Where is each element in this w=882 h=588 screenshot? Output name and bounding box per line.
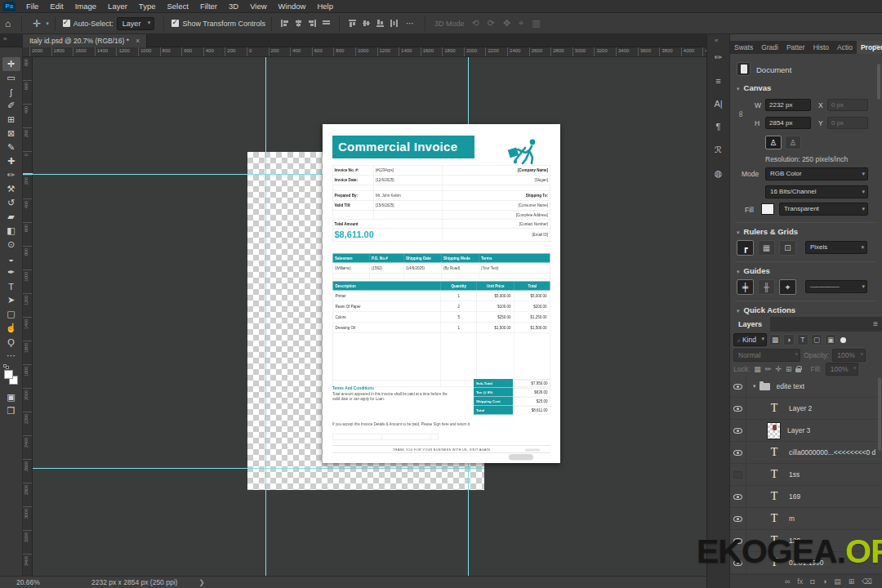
- move-tool[interactable]: ✛: [2, 57, 20, 71]
- dodge-tool[interactable]: ◒: [2, 252, 20, 265]
- gradient-tool[interactable]: ◧: [2, 224, 20, 238]
- brushes-panel-icon[interactable]: ✏: [715, 52, 722, 63]
- align-center-h-icon[interactable]: [294, 19, 303, 28]
- layer-name[interactable]: Layer 2: [789, 404, 812, 412]
- rulers-grids-section-header[interactable]: ▾Rulers & Grids: [737, 227, 798, 236]
- rulers-toggle-icon[interactable]: ┏: [737, 240, 754, 256]
- menu-item[interactable]: Select: [161, 0, 194, 13]
- move-tool-icon[interactable]: ✛: [28, 18, 46, 29]
- filter-smart-objects-icon[interactable]: ▣: [825, 334, 836, 345]
- panel-tab[interactable]: Histo: [809, 41, 833, 54]
- marquee-tool[interactable]: ▭: [2, 71, 20, 85]
- visibility-toggle[interactable]: [730, 398, 746, 419]
- layer-row[interactable]: T m: [730, 508, 882, 530]
- lock-pixels-icon[interactable]: ✏: [765, 365, 772, 373]
- menu-item[interactable]: Help: [311, 0, 339, 13]
- filter-shape-layers-icon[interactable]: ▢: [811, 334, 822, 345]
- menu-item[interactable]: Edit: [44, 0, 69, 13]
- fill-swatch[interactable]: [761, 203, 774, 215]
- eraser-tool[interactable]: ▰: [2, 210, 20, 224]
- quick-actions-section-header[interactable]: ▾Quick Actions: [737, 305, 795, 314]
- align-right-icon[interactable]: [308, 19, 317, 28]
- lock-all-icon[interactable]: [795, 368, 801, 372]
- paragraph-panel-icon[interactable]: ¶: [716, 122, 721, 131]
- panel-tab[interactable]: Swats: [730, 41, 757, 54]
- type-tool[interactable]: T: [2, 279, 20, 293]
- properties-scrollbar[interactable]: [877, 64, 880, 100]
- filter-type-layers-icon[interactable]: T: [797, 334, 808, 345]
- layer-name[interactable]: 1ss: [789, 470, 800, 479]
- quick-select-tool[interactable]: ✐: [2, 99, 20, 113]
- mode-dropdown[interactable]: RGB Color: [765, 167, 868, 180]
- collapse-toolbar-icon[interactable]: »: [3, 35, 6, 42]
- horizontal-ruler[interactable]: 2000180016001400120010008006004002000200…: [23, 47, 706, 57]
- layer-name[interactable]: cilla0000000...<<<<<<<<0 d: [789, 448, 875, 457]
- 3d-pan-icon[interactable]: ✥: [499, 18, 514, 29]
- close-tab-icon[interactable]: ×: [136, 37, 140, 45]
- brush-settings-panel-icon[interactable]: ≡: [715, 76, 720, 86]
- y-field[interactable]: 0 px: [827, 117, 868, 129]
- guides-from-shape-icon[interactable]: ╫: [758, 279, 775, 295]
- auto-select-checkbox[interactable]: [63, 20, 70, 27]
- status-chevron-icon[interactable]: ❯: [198, 578, 204, 586]
- align-top-icon[interactable]: [348, 19, 357, 28]
- more-options-icon[interactable]: ⋯: [401, 19, 419, 28]
- visibility-toggle[interactable]: [730, 376, 746, 397]
- new-layer-icon[interactable]: ⊞: [849, 577, 855, 586]
- menu-item[interactable]: Layer: [102, 0, 133, 13]
- adjustment-layer-icon[interactable]: ◑: [822, 577, 826, 586]
- snap-toggle-icon[interactable]: ⊡: [779, 240, 796, 256]
- bit-depth-dropdown[interactable]: 16 Bits/Channel: [765, 185, 868, 198]
- layer-row[interactable]: T 169: [730, 486, 882, 508]
- filter-pixel-layers-icon[interactable]: ▦: [769, 334, 781, 345]
- panel-menu-icon[interactable]: ≡: [874, 42, 879, 51]
- fill-dropdown[interactable]: Transparent: [779, 203, 868, 216]
- menu-item[interactable]: 3D: [223, 0, 244, 13]
- 3d-roll-icon[interactable]: ⟳: [483, 18, 499, 29]
- new-guide-layout-icon[interactable]: ╪: [737, 279, 754, 295]
- visibility-toggle[interactable]: [730, 508, 746, 529]
- portrait-orientation-button[interactable]: ♙: [765, 136, 782, 149]
- quick-mask-button[interactable]: ▣: [2, 390, 20, 404]
- 3d-slide-icon[interactable]: ⌖: [514, 18, 528, 29]
- blend-mode-dropdown[interactable]: Normal: [733, 349, 800, 362]
- distribute-icon[interactable]: [390, 19, 399, 28]
- auto-select-target-dropdown[interactable]: Layer: [117, 17, 155, 30]
- panel-tab[interactable]: Patter: [782, 41, 809, 54]
- group-expand-icon[interactable]: ▾: [753, 383, 756, 390]
- layer-row[interactable]: T cilla0000000...<<<<<<<<0 d: [730, 442, 882, 464]
- layer-row-group[interactable]: ▾ edite text: [730, 376, 882, 398]
- menu-item[interactable]: Image: [69, 0, 102, 13]
- expand-panels-icon[interactable]: «: [715, 37, 718, 44]
- menu-item[interactable]: Window: [273, 0, 312, 13]
- lock-transparency-icon[interactable]: ▦: [754, 365, 761, 373]
- align-justify-icon[interactable]: [322, 19, 331, 28]
- pen-tool[interactable]: ✒: [2, 265, 20, 279]
- lock-guides-icon[interactable]: ⌖: [779, 279, 796, 295]
- history-brush-tool[interactable]: ↺: [2, 196, 20, 210]
- layer-name[interactable]: 169: [789, 492, 800, 501]
- eyedropper-tool[interactable]: ✎: [2, 140, 20, 154]
- layers-menu-icon[interactable]: ≡: [873, 319, 878, 328]
- 3d-zoom-icon[interactable]: ▥: [528, 18, 544, 29]
- grid-toggle-icon[interactable]: ▦: [758, 240, 775, 256]
- link-dimensions-icon[interactable]: ∞: [737, 111, 746, 118]
- path-select-tool[interactable]: ➤: [2, 293, 20, 307]
- layers-tab[interactable]: Layers: [730, 317, 770, 332]
- lock-position-icon[interactable]: ✛: [775, 365, 782, 373]
- layers-scrollbar[interactable]: [878, 377, 881, 451]
- edit-toolbar[interactable]: ⋯: [2, 349, 20, 363]
- layer-group-icon[interactable]: ▤: [834, 577, 841, 586]
- canvas-section-header[interactable]: ▾Canvas: [737, 83, 771, 92]
- vertical-ruler[interactable]: 8006004002000200400600800100012001400160…: [23, 57, 33, 576]
- home-icon[interactable]: ⌂: [0, 18, 16, 29]
- show-transform-checkbox[interactable]: [172, 20, 179, 27]
- opacity-field[interactable]: 100%: [832, 349, 866, 362]
- frame-tool[interactable]: ⊠: [2, 127, 20, 140]
- visibility-toggle[interactable]: [730, 442, 746, 463]
- filter-toggle-icon[interactable]: [840, 337, 846, 343]
- x-field[interactable]: 0 px: [827, 99, 868, 111]
- lasso-tool[interactable]: ʃ: [2, 85, 20, 99]
- zoom-tool[interactable]: Ϙ: [2, 335, 20, 349]
- glyphs-panel-icon[interactable]: ℛ: [715, 145, 722, 155]
